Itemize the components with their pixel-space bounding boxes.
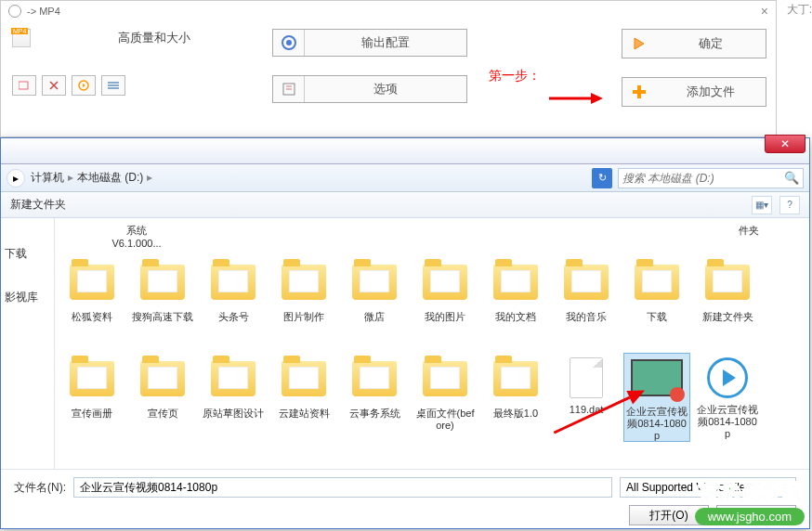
folder-icon [278,265,330,307]
file-item[interactable]: 下载 [623,256,690,345]
folder-icon [278,361,330,404]
file-item[interactable]: 新建文件夹 [694,256,761,345]
converter-window: -> MP4 × 高质量和大小 输出配置 选项 第一步： [0,0,777,137]
view-icon[interactable]: ▦▾ [752,196,772,214]
filename-label: 文件名(N): [14,480,66,496]
svg-rect-0 [19,82,28,89]
app-title: -> MP4 [27,6,60,17]
options-label: 选项 [305,81,466,97]
close-icon[interactable]: × [761,4,768,19]
search-box[interactable]: 🔍 [618,168,804,188]
svg-point-6 [286,40,292,45]
folder-icon [137,265,189,307]
file-label: 企业云宣传视频0814-1080p [626,406,688,443]
file-label: 宣传画册 [61,408,123,420]
folder-icon [560,265,612,307]
folder-icon [348,361,400,404]
options-icon [273,76,305,102]
file-label: 头条号 [203,311,264,323]
help-icon[interactable]: ? [779,196,800,214]
folder-icon [207,265,259,307]
add-button-small[interactable] [12,75,36,96]
folder-icon [490,361,542,404]
file-label: 图片制作 [273,311,334,323]
file-label: 搜狗高速下载 [132,311,193,323]
file-label: 松狐资料 [61,311,123,323]
folder-icon [66,265,118,307]
file-item[interactable]: 图片制作 [270,256,337,345]
dialog-toolbar: 新建文件夹 ▦▾ ? [1,192,809,218]
file-item[interactable]: 桌面文件(before) [412,353,478,442]
file-item[interactable]: 搜狗高速下载 [129,256,196,345]
play-icon [622,36,656,51]
ok-button[interactable]: 确定 [622,29,766,58]
file-item[interactable]: 我的文档 [482,256,549,345]
file-label: 企业云宣传视频0814-1080p [697,404,758,441]
output-config-label: 输出配置 [305,34,466,51]
folder-icon [348,265,400,307]
sidebar-item-videos[interactable]: 影视库 [5,290,50,305]
sidebar-item-downloads[interactable]: 下载 [5,246,50,262]
file-item[interactable]: 松狐资料 [59,256,125,345]
new-folder-button[interactable]: 新建文件夹 [10,197,66,213]
play-button[interactable] [72,75,96,96]
file-item[interactable]: 企业云宣传视频0814-1080p [694,353,761,442]
back-icon[interactable]: ▸ [7,169,25,188]
dialog-close-button[interactable]: ✕ [765,135,805,153]
breadcrumb[interactable]: 计算机▸本地磁盘 (D:)▸ [31,170,156,186]
folder-icon [66,361,118,404]
folder-icon [207,361,259,404]
file-label: 原站草图设计 [203,408,264,420]
file-label: 新建文件夹 [697,311,758,323]
file-item[interactable]: 云建站资料 [270,353,337,442]
search-input[interactable] [622,172,784,185]
filename-input[interactable] [73,477,612,498]
add-file-label: 添加文件 [656,84,766,100]
step-annotation: 第一步： [489,68,541,84]
file-item[interactable]: 宣传页 [129,353,196,442]
dialog-navbar: ▸ 计算机▸本地磁盘 (D:)▸ ↻ 🔍 [1,164,809,192]
output-config-button[interactable]: 输出配置 [272,29,467,57]
file-item[interactable]: 我的音乐 [553,256,620,345]
dialog-titlebar: ✕ [1,138,809,164]
file-label: 宣传页 [132,408,193,420]
svg-rect-4 [108,87,119,89]
svg-rect-3 [108,84,119,86]
file-item[interactable]: 微店 [341,256,408,345]
folder-icon [490,265,542,307]
file-label: 云建站资料 [273,408,334,420]
file-item[interactable]: 云事务系统 [341,353,408,442]
file-item[interactable]: 最终版1.0 [482,353,549,442]
file-item[interactable]: 我的图片 [412,256,478,345]
dat-icon [560,357,612,400]
folder-icon [419,265,471,307]
file-label: 云事务系统 [344,408,405,420]
refresh-icon[interactable]: ↻ [592,168,612,188]
list-button[interactable] [101,75,125,96]
folder-icon [631,265,683,307]
file-open-dialog: ✕ ▸ 计算机▸本地磁盘 (D:)▸ ↻ 🔍 新建文件夹 ▦▾ ? 下载 影视库… [0,137,810,529]
file-label: 桌面文件(before) [414,408,476,432]
sidebar: 下载 影视库 [1,218,55,469]
file-item[interactable]: 宣传画册 [59,353,125,442]
file-item[interactable]: 原站草图设计 [200,353,267,442]
cut-button[interactable] [42,75,66,96]
folder-icon [137,361,189,404]
file-label: 微店 [344,311,405,323]
quality-label: 高质量和大小 [118,30,190,46]
dvd-icon [8,5,21,18]
search-icon[interactable]: 🔍 [784,171,799,185]
options-button[interactable]: 选项 [272,75,467,103]
file-list: 系统V6.1.000... 件夹 松狐资料搜狗高速下载头条号图片制作微店我的图片… [55,218,809,469]
dialog-footer: 文件名(N): All Supported Video Files▾ 打开(O)… [1,469,809,528]
svg-rect-2 [108,82,119,84]
folder-icon [419,361,471,404]
app-titlebar: -> MP4 × [1,1,776,21]
file-item[interactable]: 头条号 [200,256,267,345]
add-file-button[interactable]: 添加文件 [622,77,766,107]
file-label: 我的文档 [485,311,546,323]
video-play-icon [701,357,753,400]
top-right-label: 大丁: [787,2,812,18]
file-label: 我的图片 [414,311,476,323]
file-label: 下载 [626,311,688,323]
